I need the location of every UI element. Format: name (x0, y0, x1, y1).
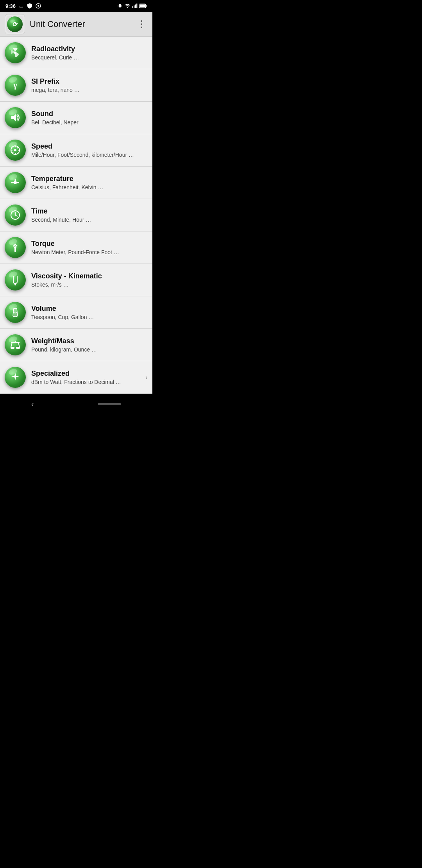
list-item-speed[interactable]: SpeedMile/Hour, Foot/Second, kilometer/H… (0, 134, 152, 167)
back-button[interactable]: ‹ (31, 400, 34, 409)
specialized-chevron: › (145, 373, 148, 382)
svg-rect-42 (11, 347, 14, 349)
svg-rect-11 (139, 4, 145, 7)
app-bar: ⟳ Unit Converter (0, 12, 152, 37)
svg-rect-2 (119, 4, 121, 7)
si-prefix-subtitle: mega, tera, nano … (31, 87, 148, 93)
volume-icon (5, 302, 26, 323)
svg-marker-18 (11, 114, 16, 122)
si-prefix-text: SI Prefixmega, tera, nano … (31, 77, 148, 93)
svg-rect-4 (122, 5, 122, 7)
time-text: TimeSecond, Minute, Hour … (31, 207, 148, 223)
vibrate-icon (117, 3, 123, 9)
svg-rect-7 (135, 5, 136, 8)
weight-mass-icon (5, 334, 26, 355)
temperature-title: Temperature (31, 175, 148, 183)
temperature-icon (5, 172, 26, 193)
viscosity-title: Viscosity - Kinematic (31, 272, 148, 280)
list-item-specialized[interactable]: SpecializeddBm to Watt, Fractions to Dec… (0, 361, 152, 394)
navigation-bar: ‹ (0, 394, 152, 414)
torque-icon (5, 237, 26, 258)
svg-text:γ: γ (13, 80, 17, 90)
svg-rect-6 (134, 5, 134, 8)
radioactivity-title: Radioactivity (31, 45, 148, 53)
sound-icon (5, 107, 26, 128)
radioactivity-subtitle: Becquerel, Curie … (31, 54, 148, 61)
status-left: 9:36 (5, 3, 41, 9)
category-list: RadioactivityBecquerel, Curie …γSI Prefi… (0, 37, 152, 394)
home-indicator[interactable] (98, 403, 121, 405)
viscosity-subtitle: Stokes, m²/s … (31, 282, 148, 288)
svg-point-1 (38, 5, 39, 7)
overflow-dot-3 (141, 27, 142, 28)
radioactivity-text: RadioactivityBecquerel, Curie … (31, 45, 148, 61)
svg-text:⟳: ⟳ (13, 21, 18, 28)
torque-title: Torque (31, 240, 148, 248)
torque-text: TorqueNewton Meter, Pound-Force Foot … (31, 240, 148, 255)
viscosity-icon (5, 269, 26, 291)
svg-rect-5 (132, 6, 133, 8)
viscosity-text: Viscosity - KinematicStokes, m²/s … (31, 272, 148, 288)
svg-rect-3 (118, 5, 118, 7)
sound-title: Sound (31, 110, 148, 118)
si-prefix-title: SI Prefix (31, 77, 148, 86)
time-subtitle: Second, Minute, Hour … (31, 217, 148, 223)
weight-mass-subtitle: Pound, kilogram, Ounce … (31, 346, 148, 353)
specialized-title: Specialized (31, 369, 142, 378)
circle-icon (35, 3, 41, 9)
specialized-subtitle: dBm to Watt, Fractions to Decimal … (31, 379, 142, 385)
speed-title: Speed (31, 142, 148, 151)
svg-point-20 (14, 149, 16, 151)
torque-subtitle: Newton Meter, Pound-Force Foot … (31, 249, 148, 255)
svg-point-37 (14, 308, 17, 309)
volume-title: Volume (31, 305, 148, 313)
time-title: Time (31, 207, 148, 215)
app-icon: ⟳ (5, 14, 25, 34)
speed-subtitle: Mile/Hour, Foot/Second, kilometer/Hour … (31, 152, 148, 158)
list-item-weight-mass[interactable]: Weight/MassPound, kilogram, Ounce … (0, 329, 152, 361)
sound-subtitle: Bel, Decibel, Neper (31, 119, 148, 126)
list-item-radioactivity[interactable]: RadioactivityBecquerel, Curie … (0, 37, 152, 69)
volume-text: VolumeTeaspoon, Cup, Gallon … (31, 305, 148, 320)
weight-mass-text: Weight/MassPound, kilogram, Ounce … (31, 337, 148, 353)
wifi-icon (124, 3, 131, 9)
temperature-text: TemperatureCelsius, Fahrenheit, Kelvin … (31, 175, 148, 190)
svg-point-36 (14, 284, 16, 285)
speed-text: SpeedMile/Hour, Foot/Second, kilometer/H… (31, 142, 148, 158)
svg-rect-10 (146, 5, 147, 7)
list-item-viscosity[interactable]: Viscosity - KinematicStokes, m²/s … (0, 264, 152, 296)
overflow-dot-2 (141, 23, 142, 25)
volume-subtitle: Teaspoon, Cup, Gallon … (31, 314, 148, 320)
signal-icon (132, 3, 138, 9)
drive-icon (18, 3, 24, 9)
list-item-volume[interactable]: VolumeTeaspoon, Cup, Gallon … (0, 296, 152, 329)
svg-rect-35 (14, 247, 16, 252)
svg-rect-43 (16, 347, 20, 349)
list-item-si-prefix[interactable]: γSI Prefixmega, tera, nano … (0, 69, 152, 102)
svg-line-25 (17, 147, 18, 148)
overflow-menu-button[interactable] (135, 18, 148, 30)
list-item-torque[interactable]: TorqueNewton Meter, Pound-Force Foot … (0, 231, 152, 264)
specialized-text: SpecializeddBm to Watt, Fractions to Dec… (31, 369, 142, 385)
radioactivity-icon (5, 42, 26, 63)
svg-rect-8 (136, 4, 137, 8)
app-title: Unit Converter (30, 19, 135, 29)
list-item-temperature[interactable]: TemperatureCelsius, Fahrenheit, Kelvin … (0, 167, 152, 199)
sound-text: SoundBel, Decibel, Neper (31, 110, 148, 126)
svg-line-26 (12, 152, 13, 153)
list-item-time[interactable]: TimeSecond, Minute, Hour … (0, 199, 152, 231)
speed-icon (5, 140, 26, 161)
svg-line-41 (18, 343, 20, 347)
time-display: 9:36 (5, 3, 16, 9)
status-right (117, 3, 147, 9)
overflow-dot-1 (141, 20, 142, 22)
box-icon (27, 3, 33, 9)
status-bar: 9:36 (0, 0, 152, 12)
temperature-subtitle: Celsius, Fahrenheit, Kelvin … (31, 184, 148, 190)
svg-line-40 (11, 343, 12, 347)
specialized-icon (5, 367, 26, 388)
battery-icon (139, 3, 147, 9)
weight-mass-title: Weight/Mass (31, 337, 148, 345)
list-item-sound[interactable]: SoundBel, Decibel, Neper (0, 102, 152, 134)
time-icon (5, 204, 26, 226)
